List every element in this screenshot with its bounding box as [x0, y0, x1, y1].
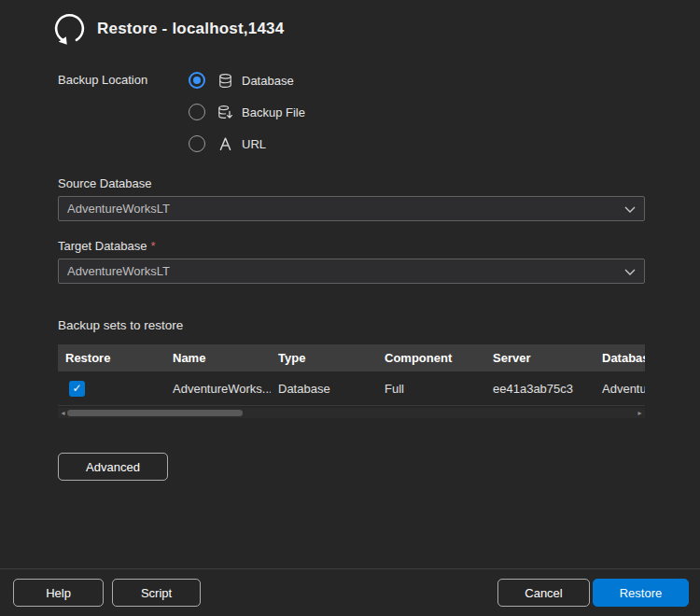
- table-header-row: Restore Name Type Component Server Datab…: [58, 344, 645, 371]
- target-database-label-text: Target Database: [58, 239, 147, 253]
- dialog-title: Restore - localhost,1434: [97, 20, 284, 38]
- cell-database: Adventu...: [595, 382, 645, 396]
- cell-name: AdventureWorks...: [165, 382, 271, 396]
- required-marker: *: [150, 239, 155, 253]
- target-database-value: AdventureWorksLT: [67, 264, 170, 278]
- restore-dialog: Restore - localhost,1434 Backup Location…: [0, 0, 700, 616]
- restore-checkbox[interactable]: ✓: [69, 381, 85, 397]
- radio-option-url[interactable]: URL: [189, 128, 305, 160]
- cell-server: ee41a3ab75c3: [485, 382, 595, 396]
- backup-sets-table: Restore Name Type Component Server Datab…: [58, 344, 645, 406]
- target-database-select[interactable]: AdventureWorksLT: [58, 259, 645, 284]
- column-header-restore: Restore: [58, 351, 165, 365]
- column-header-name: Name: [165, 351, 271, 365]
- radio-option-database[interactable]: Database: [189, 64, 305, 96]
- dialog-header: Restore - localhost,1434: [52, 11, 284, 46]
- column-header-database: Database: [595, 351, 645, 365]
- advanced-button[interactable]: Advanced: [58, 453, 168, 481]
- radio-button-url[interactable]: [189, 135, 205, 152]
- restore-button[interactable]: Restore: [593, 579, 689, 607]
- radio-label-database: Database: [242, 74, 294, 88]
- radio-option-backup-file[interactable]: Backup File: [189, 96, 305, 128]
- cell-component: Full: [377, 382, 485, 396]
- help-button[interactable]: Help: [13, 579, 104, 607]
- backup-location-radio-group: Database Backup File URL: [189, 64, 305, 160]
- radio-button-backup-file[interactable]: [189, 104, 205, 120]
- backup-sets-section-label: Backup sets to restore: [58, 318, 183, 332]
- restore-icon: [52, 11, 87, 46]
- scrollbar-thumb[interactable]: [67, 410, 243, 416]
- table-row[interactable]: ✓ AdventureWorks... Database Full ee41a3…: [58, 371, 645, 406]
- chevron-down-icon: [624, 206, 636, 213]
- radio-label-backup-file: Backup File: [242, 105, 305, 119]
- backup-file-icon: [217, 105, 233, 120]
- target-database-label: Target Database*: [58, 239, 155, 253]
- chevron-down-icon: [624, 269, 636, 275]
- column-header-component: Component: [377, 351, 485, 365]
- database-icon: [217, 73, 233, 89]
- radio-button-database[interactable]: [189, 72, 205, 89]
- check-icon: ✓: [72, 382, 81, 395]
- backup-location-label: Backup Location: [58, 73, 147, 87]
- column-header-type: Type: [271, 351, 377, 365]
- column-header-server: Server: [485, 351, 595, 365]
- scroll-right-icon[interactable]: ▸: [635, 408, 645, 418]
- cell-type: Database: [271, 382, 377, 396]
- footer-divider: [0, 568, 700, 569]
- source-database-label: Source Database: [58, 176, 151, 190]
- url-icon: [217, 136, 233, 152]
- cell-restore: ✓: [58, 381, 165, 397]
- script-button[interactable]: Script: [112, 579, 201, 607]
- source-database-value: AdventureWorksLT: [67, 202, 170, 216]
- radio-label-url: URL: [242, 137, 266, 151]
- source-database-select[interactable]: AdventureWorksLT: [58, 196, 645, 221]
- cancel-button[interactable]: Cancel: [497, 579, 590, 607]
- horizontal-scrollbar[interactable]: ◂ ▸: [58, 408, 645, 418]
